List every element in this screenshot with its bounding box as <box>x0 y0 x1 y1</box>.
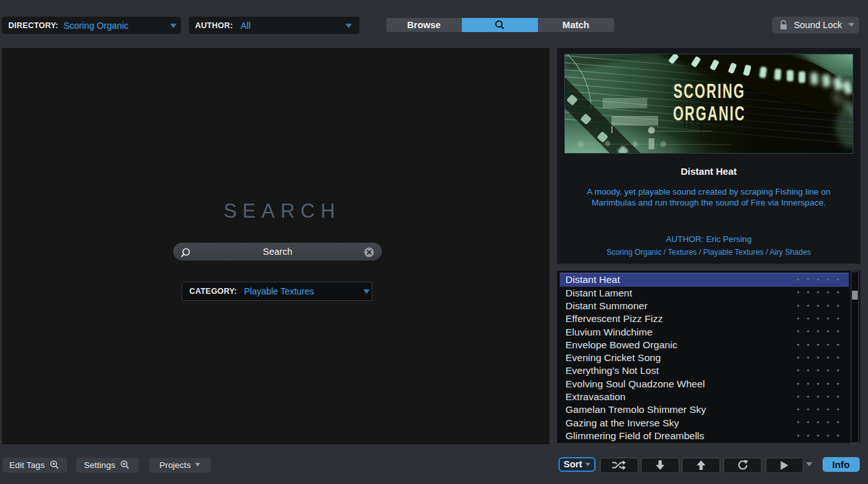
svg-text:SCORING: SCORING <box>674 79 745 102</box>
svg-text:ORGANIC: ORGANIC <box>673 101 746 125</box>
